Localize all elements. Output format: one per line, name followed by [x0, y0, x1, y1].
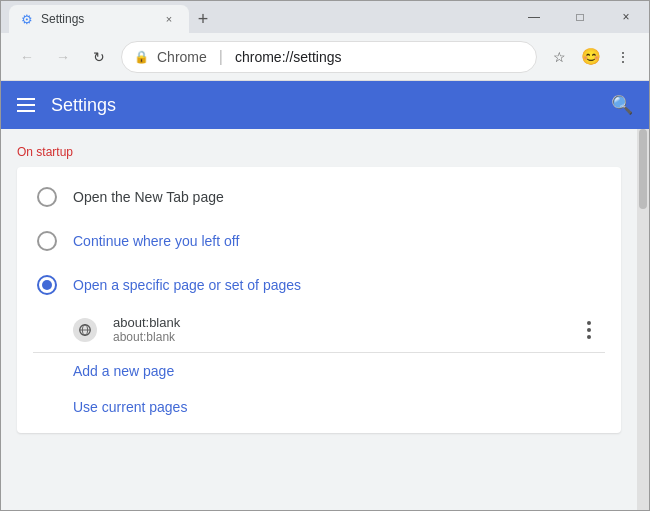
radio-option-new-tab[interactable]: Open the New Tab page: [17, 175, 621, 219]
title-bar: ⚙ Settings × + — □ ×: [1, 1, 649, 33]
page-item-menu-button[interactable]: [577, 318, 601, 342]
page-item-text: about:blank about:blank: [113, 315, 577, 344]
bookmark-star-button[interactable]: ☆: [545, 43, 573, 71]
startup-options-card: Open the New Tab page Continue where you…: [17, 167, 621, 433]
tab-favicon-icon: ⚙: [21, 12, 33, 27]
add-new-page-link[interactable]: Add a new page: [17, 353, 621, 389]
omnibox-site-icon: 🔒: [134, 50, 149, 64]
main-content: On startup Open the New Tab page Continu…: [1, 129, 649, 510]
page-item-globe-icon: [73, 318, 97, 342]
maximize-button[interactable]: □: [557, 1, 603, 33]
radio-label-continue: Continue where you left off: [73, 233, 239, 249]
forward-button[interactable]: →: [49, 43, 77, 71]
dot-3: [587, 335, 591, 339]
more-icon: ⋮: [616, 49, 630, 65]
minimize-button[interactable]: —: [511, 1, 557, 33]
radio-label-specific: Open a specific page or set of pages: [73, 277, 301, 293]
window-controls: — □ ×: [511, 1, 649, 33]
back-button[interactable]: ←: [13, 43, 41, 71]
omnibox[interactable]: 🔒 Chrome | chrome://settings: [121, 41, 537, 73]
star-icon: ☆: [553, 49, 566, 65]
tab-close-button[interactable]: ×: [161, 11, 177, 27]
hamburger-line-2: [17, 104, 35, 106]
reload-button[interactable]: ↻: [85, 43, 113, 71]
omnibox-chrome-label: Chrome: [157, 49, 207, 65]
page-item-url1: about:blank: [113, 315, 577, 330]
settings-header: Settings 🔍: [1, 81, 649, 129]
scrollbar[interactable]: [637, 129, 649, 510]
avatar-button[interactable]: 😊: [577, 43, 605, 71]
omnibox-separator: |: [219, 48, 223, 66]
hamburger-menu-button[interactable]: [17, 98, 35, 112]
dot-2: [587, 328, 591, 332]
globe-svg: [78, 323, 92, 337]
address-bar: ← → ↻ 🔒 Chrome | chrome://settings ☆ 😊 ⋮: [1, 33, 649, 81]
close-button[interactable]: ×: [603, 1, 649, 33]
browser-window: ⚙ Settings × + — □ × ← → ↻ 🔒 Chrome | ch…: [0, 0, 650, 511]
address-bar-right: ☆ 😊 ⋮: [545, 43, 637, 71]
hamburger-line-3: [17, 110, 35, 112]
radio-label-new-tab: Open the New Tab page: [73, 189, 224, 205]
page-item-url2: about:blank: [113, 330, 577, 344]
dot-1: [587, 321, 591, 325]
radio-circle-specific: [37, 275, 57, 295]
hamburger-line-1: [17, 98, 35, 100]
radio-option-specific[interactable]: Open a specific page or set of pages: [17, 263, 621, 307]
omnibox-url: chrome://settings: [235, 49, 342, 65]
radio-circle-new-tab: [37, 187, 57, 207]
settings-page-title: Settings: [51, 95, 611, 116]
radio-option-continue[interactable]: Continue where you left off: [17, 219, 621, 263]
scrollbar-thumb[interactable]: [639, 129, 647, 209]
avatar-emoji: 😊: [581, 47, 601, 66]
more-button[interactable]: ⋮: [609, 43, 637, 71]
settings-search-button[interactable]: 🔍: [611, 94, 633, 116]
new-tab-button[interactable]: +: [189, 5, 217, 33]
radio-circle-continue: [37, 231, 57, 251]
on-startup-label: On startup: [17, 145, 621, 159]
content-area: On startup Open the New Tab page Continu…: [1, 129, 637, 510]
active-tab[interactable]: ⚙ Settings ×: [9, 5, 189, 33]
use-current-pages-link[interactable]: Use current pages: [17, 389, 621, 425]
tab-title: Settings: [41, 12, 153, 26]
page-item: about:blank about:blank: [17, 307, 621, 352]
tabs-area: ⚙ Settings × +: [1, 1, 511, 33]
